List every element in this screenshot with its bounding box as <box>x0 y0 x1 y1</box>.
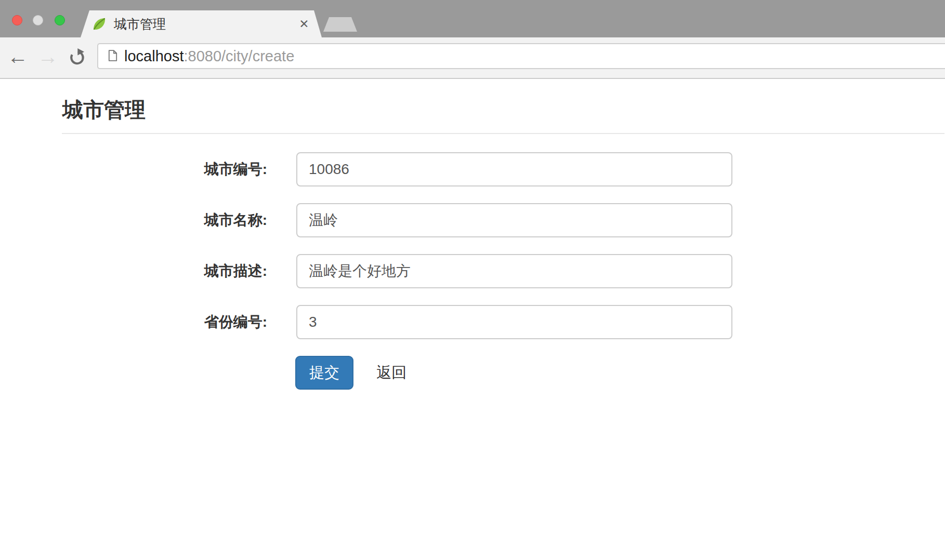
city-description-input[interactable] <box>296 254 732 288</box>
page-title: 城市管理 <box>62 98 146 122</box>
address-bar[interactable]: localhost:8080/city/create <box>97 43 945 69</box>
reload-icon[interactable] <box>68 48 87 68</box>
url-host: localhost <box>124 48 183 64</box>
form-actions: 提交 返回 <box>0 356 945 390</box>
page-content: 城市管理 城市编号: 城市名称: 城市描述: 省份编号: 提交 返回 <box>0 79 945 560</box>
forward-icon: → <box>36 37 59 78</box>
city-description-label: 城市描述: <box>0 254 267 288</box>
traffic-light-close-button[interactable] <box>12 15 22 25</box>
traffic-light-minimize-button[interactable] <box>33 15 43 25</box>
city-name-label: 城市名称: <box>0 203 267 237</box>
form-row-province-id: 省份编号: <box>0 305 945 339</box>
url-path: :8080/city/create <box>183 48 294 64</box>
city-name-input[interactable] <box>296 203 732 237</box>
browser-tab[interactable]: 城市管理 ✕ <box>81 10 322 37</box>
back-link[interactable]: 返回 <box>376 356 406 390</box>
province-id-input[interactable] <box>296 305 732 339</box>
submit-button[interactable]: 提交 <box>295 356 353 390</box>
url-text[interactable]: localhost:8080/city/create <box>124 44 294 68</box>
city-id-label: 城市编号: <box>0 152 267 186</box>
spring-leaf-icon <box>92 17 107 31</box>
city-id-input[interactable] <box>296 152 732 186</box>
form-row-city-name: 城市名称: <box>0 203 945 237</box>
form-row-city-description: 城市描述: <box>0 254 945 288</box>
province-id-label: 省份编号: <box>0 305 267 339</box>
form-row-city-id: 城市编号: <box>0 152 945 186</box>
page-document-icon[interactable] <box>108 49 117 62</box>
tab-close-icon[interactable]: ✕ <box>295 10 313 37</box>
heading-divider <box>62 133 944 134</box>
browser-toolbar: ← → localhost:8080/city/create <box>0 37 945 79</box>
browser-tab-strip: 城市管理 ✕ <box>0 0 945 37</box>
tab-title: 城市管理 <box>114 10 166 37</box>
traffic-light-zoom-button[interactable] <box>55 15 65 25</box>
new-tab-button[interactable] <box>323 17 357 32</box>
back-icon[interactable]: ← <box>6 37 29 78</box>
